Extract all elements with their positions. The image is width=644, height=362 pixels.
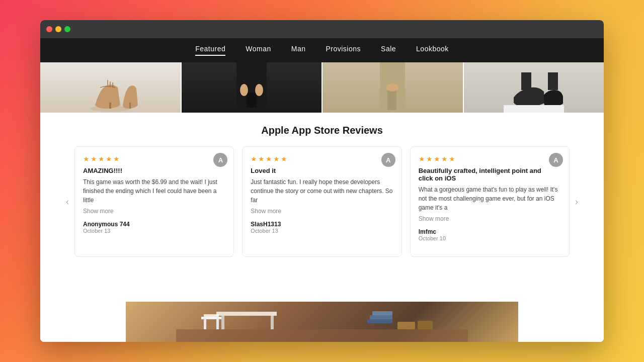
svg-rect-8 [521, 72, 531, 90]
navigation: Featured Woman Man Provisions Sale Lookb… [40, 38, 604, 62]
star: ★ [426, 155, 433, 163]
show-more-3[interactable]: Show more [419, 215, 561, 222]
svg-rect-23 [418, 321, 433, 329]
review-date-2: October 13 [251, 228, 393, 234]
reviewer-name-3: lmfmc [419, 228, 561, 235]
prev-arrow[interactable]: ‹ [60, 195, 74, 209]
nav-item-sale[interactable]: Sale [381, 45, 396, 56]
app-store-badge-3: A [549, 153, 563, 167]
star: ★ [273, 155, 280, 163]
review-title-2: Loved it [251, 167, 393, 174]
svg-point-4 [240, 84, 248, 96]
review-title-3: Beautifully crafted, intelligent point a… [419, 167, 561, 182]
svg-rect-20 [370, 315, 392, 319]
reviews-section: Apple App Store Reviews ‹ A ★ ★ ★ ★ ★ [40, 113, 604, 302]
svg-rect-13 [221, 316, 224, 329]
star: ★ [258, 155, 265, 163]
svg-rect-10 [504, 105, 564, 113]
review-date-3: October 10 [419, 235, 561, 241]
star: ★ [83, 155, 90, 163]
svg-rect-9 [548, 72, 558, 90]
svg-rect-17 [216, 319, 219, 329]
hero-img-2 [182, 62, 323, 113]
review-card-1: A ★ ★ ★ ★ ★ AMAZING!!!! This game was wo… [74, 146, 234, 257]
nav-item-man[interactable]: Man [291, 45, 306, 56]
review-card-2: A ★ ★ ★ ★ ★ Loved it Just fantastic fun.… [242, 146, 401, 257]
svg-rect-21 [372, 311, 392, 315]
bottom-strip [126, 302, 518, 342]
review-body-3: What a gorgeous game that's fun to play … [419, 185, 561, 212]
star: ★ [91, 155, 97, 163]
app-store-badge-2: A [381, 153, 395, 167]
stars-1: ★ ★ ★ ★ ★ [83, 155, 225, 163]
review-card-3: A ★ ★ ★ ★ ★ Beautifully crafted, intelli… [410, 146, 570, 257]
star: ★ [434, 155, 440, 163]
dot-green[interactable] [64, 26, 70, 32]
svg-rect-11 [176, 329, 468, 342]
star: ★ [281, 155, 287, 163]
reviews-carousel: ‹ A ★ ★ ★ ★ ★ AMAZING!!!! This game [60, 146, 584, 257]
svg-point-5 [255, 84, 263, 96]
reviews-cards: A ★ ★ ★ ★ ★ AMAZING!!!! This game was wo… [74, 146, 570, 257]
star: ★ [251, 155, 257, 163]
star: ★ [266, 155, 272, 163]
nav-item-woman[interactable]: Woman [246, 45, 271, 56]
hero-img-4 [464, 62, 604, 113]
hero-img-1 [40, 62, 182, 113]
reviewer-name-1: Anonymous 744 [83, 221, 225, 228]
dot-red[interactable] [46, 26, 52, 32]
svg-rect-16 [204, 319, 206, 329]
svg-rect-19 [367, 319, 392, 323]
show-more-1[interactable]: Show more [83, 208, 225, 215]
star: ★ [113, 155, 120, 163]
svg-rect-1 [109, 103, 111, 109]
review-body-1: This game was worth the $6.99 and the wa… [83, 177, 225, 205]
show-more-2[interactable]: Show more [251, 208, 393, 215]
nav-items: Featured Woman Man Provisions Sale Lookb… [195, 45, 449, 56]
next-arrow[interactable]: › [570, 195, 584, 209]
review-title-1: AMAZING!!!! [83, 167, 225, 174]
reviewer-name-2: SlasH1313 [251, 221, 393, 228]
app-store-badge-1: A [213, 153, 227, 167]
nav-item-featured[interactable]: Featured [195, 45, 225, 56]
hero-img-3 [323, 62, 464, 113]
browser-content: Featured Woman Man Provisions Sale Lookb… [40, 38, 604, 342]
star: ★ [106, 155, 112, 163]
svg-point-7 [386, 83, 398, 92]
svg-rect-22 [397, 322, 415, 329]
dot-yellow[interactable] [55, 26, 61, 32]
svg-rect-14 [271, 316, 274, 329]
svg-rect-12 [216, 312, 277, 316]
nav-item-provisions[interactable]: Provisions [326, 45, 361, 56]
svg-rect-2 [129, 103, 131, 109]
hero-strip [40, 62, 604, 113]
reviews-title: Apple App Store Reviews [60, 125, 584, 136]
star: ★ [449, 155, 455, 163]
browser-window: Featured Woman Man Provisions Sale Lookb… [40, 20, 604, 342]
review-body-2: Just fantastic fun. I really hope these … [251, 177, 393, 205]
star: ★ [441, 155, 448, 163]
bottom-strip-inner [126, 302, 518, 342]
stars-3: ★ ★ ★ ★ ★ [419, 155, 561, 163]
star: ★ [98, 155, 105, 163]
review-date-1: October 13 [83, 228, 225, 234]
svg-rect-18 [204, 314, 219, 317]
stars-2: ★ ★ ★ ★ ★ [251, 155, 393, 163]
star: ★ [419, 155, 425, 163]
browser-chrome [40, 20, 604, 38]
nav-item-lookbook[interactable]: Lookbook [416, 45, 449, 56]
